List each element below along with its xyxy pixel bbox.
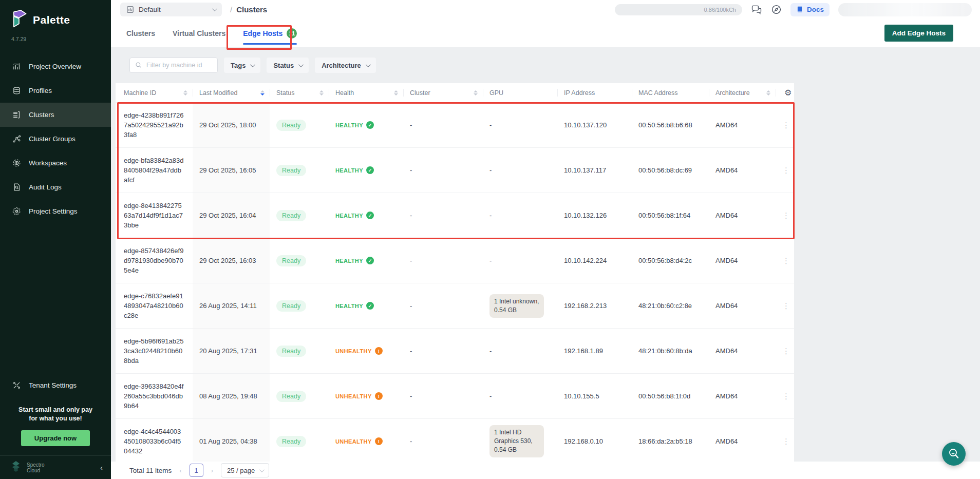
last-modified: 29 Oct 2025, 16:03 — [199, 257, 256, 264]
previous-page-button[interactable]: ‹ — [179, 467, 181, 474]
mac-address: 48:21:0b:60:c2:8e — [638, 302, 692, 310]
column-header-health[interactable]: Health — [329, 83, 403, 102]
row-actions-menu-icon[interactable]: ⋮ — [782, 440, 789, 443]
gpu-value: - — [489, 256, 492, 265]
chart-icon — [12, 62, 21, 71]
tools-icon — [12, 381, 21, 390]
palette-logo — [10, 9, 28, 31]
architecture-value: AMD64 — [715, 392, 738, 400]
health-state-icon — [366, 166, 374, 174]
sidebar-item-clusters[interactable]: Clusters — [0, 103, 111, 127]
chat-icon[interactable] — [751, 5, 762, 15]
edge-hosts-table: Machine ID Last Modified Status Health C… — [116, 83, 794, 462]
architecture-value: AMD64 — [715, 257, 738, 264]
machine-id-filter-input[interactable] — [146, 62, 211, 69]
machine-id: edge-4c4c4544003450108033b6c04f504432 — [124, 427, 193, 456]
compass-icon[interactable] — [771, 4, 782, 15]
mac-address: 48:21:0b:60:8b:da — [638, 347, 692, 355]
spectro-cloud-logo — [9, 460, 23, 475]
chevron-left-icon[interactable]: ‹ — [100, 463, 103, 472]
sidebar-item-tenant-settings[interactable]: Tenant Settings — [0, 373, 111, 397]
sidebar-item-profiles[interactable]: Profiles — [0, 79, 111, 103]
gpu-value: 1 Intel unknown, 0.54 GB — [489, 294, 544, 318]
row-actions-menu-icon[interactable]: ⋮ — [782, 304, 789, 307]
table-header: Machine ID Last Modified Status Health C… — [116, 83, 794, 102]
table-row[interactable]: edge-857438426ef9d9781930dbe90b705e4e 29… — [116, 238, 794, 283]
add-edge-hosts-button[interactable]: Add Edge Hosts — [884, 25, 953, 42]
table-row[interactable]: edge-396338420e4f260a55c3bbd046db9b64 08… — [116, 373, 794, 418]
health-state-icon — [366, 121, 374, 129]
cluster-value: - — [410, 392, 412, 400]
row-actions-menu-icon[interactable]: ⋮ — [782, 214, 789, 217]
architecture-value: AMD64 — [715, 212, 738, 219]
sidebar-item-cluster-groups[interactable]: Cluster Groups — [0, 127, 111, 151]
architecture-value: AMD64 — [715, 121, 738, 129]
status-filter-dropdown[interactable]: Status — [267, 58, 309, 73]
ip-address: 10.10.137.120 — [564, 121, 607, 129]
health-state-icon — [366, 302, 374, 310]
last-modified: 01 Aug 2025, 04:38 — [199, 437, 257, 445]
table-row[interactable]: edge-c76832aefe914893047a48210b60c28e 26… — [116, 283, 794, 328]
sidebar-item-project-overview[interactable]: Project Overview — [0, 54, 111, 79]
table-row[interactable]: edge-5b96f691ab253ca3c02448210b608bda 20… — [116, 328, 794, 373]
table-row[interactable]: edge-4238b891f7267a5024295521a92b3fa8 29… — [116, 102, 794, 147]
mac-address: 00:50:56:b8:b6:68 — [638, 121, 692, 129]
user-menu-blurred[interactable] — [838, 3, 972, 16]
app-version: 4.7.29 — [11, 36, 111, 42]
machine-id: edge-5b96f691ab253ca3c02448210b608bda — [124, 336, 193, 366]
row-actions-menu-icon[interactable]: ⋮ — [782, 169, 789, 171]
help-chat-button[interactable] — [942, 442, 966, 466]
next-page-button[interactable]: › — [211, 467, 213, 474]
health-badge: UNHEALTHY — [335, 437, 383, 445]
chevron-down-icon — [366, 62, 371, 67]
health-state-icon — [375, 347, 383, 355]
table-row[interactable]: edge-bfa83842a83d8405804f29a47ddbafcf 29… — [116, 147, 794, 193]
sidebar-item-audit-logs[interactable]: Audit Logs — [0, 175, 111, 199]
tab-virtual-clusters[interactable]: Virtual Clusters — [173, 19, 225, 47]
breadcrumb-current: Clusters — [236, 5, 267, 14]
row-actions-menu-icon[interactable]: ⋮ — [782, 350, 789, 352]
row-actions-menu-icon[interactable]: ⋮ — [782, 259, 789, 262]
column-header-cluster[interactable]: Cluster — [403, 83, 483, 102]
page-number-button[interactable]: 1 — [190, 464, 203, 477]
table-row[interactable]: edge-4c4c4544003450108033b6c04f504432 01… — [116, 418, 794, 462]
tab-edge-hosts[interactable]: Edge Hosts 11 — [243, 19, 297, 47]
page-size-selector[interactable]: 25 / page — [221, 463, 269, 477]
upgrade-promo: Start small and only pay for what you us… — [0, 406, 111, 455]
tags-filter-dropdown[interactable]: Tags — [224, 58, 260, 73]
docs-button[interactable]: Docs — [790, 3, 830, 16]
column-header-machine-id[interactable]: Machine ID — [116, 83, 193, 102]
last-modified: 29 Oct 2025, 18:00 — [199, 121, 256, 129]
tab-clusters[interactable]: Clusters — [126, 19, 155, 47]
gpu-value: 1 Intel HD Graphics 530, 0.54 GB — [489, 425, 544, 457]
column-header-mac-address: MAC Address — [632, 83, 709, 102]
architecture-filter-dropdown[interactable]: Architecture — [315, 58, 376, 73]
upgrade-now-button[interactable]: Upgrade now — [21, 430, 90, 446]
machine-id: edge-4238b891f7267a5024295521a92b3fa8 — [124, 110, 193, 140]
column-header-last-modified[interactable]: Last Modified — [193, 83, 270, 102]
column-header-status[interactable]: Status — [270, 83, 329, 102]
sidebar: Palette 4.7.29 Project Overview Profiles… — [0, 0, 111, 479]
column-header-architecture[interactable]: Architecture — [709, 83, 776, 102]
column-settings[interactable]: ⚙ — [776, 83, 794, 102]
health-state-icon — [366, 257, 374, 264]
gpu-value: - — [489, 166, 492, 175]
chevron-down-icon — [212, 6, 217, 11]
promo-text-line2: for what you use! — [7, 414, 104, 423]
sort-icon — [766, 90, 770, 95]
sort-icon — [394, 90, 398, 95]
promo-text-line1: Start small and only pay — [7, 406, 104, 414]
cluster-value: - — [410, 302, 412, 310]
sidebar-item-project-settings[interactable]: Project Settings — [0, 199, 111, 223]
project-selector[interactable]: Default — [120, 3, 222, 16]
table-row[interactable]: edge-8e41384227563a7d14df9f1d1ac73bbe 29… — [116, 193, 794, 238]
chevron-down-icon — [259, 467, 265, 472]
status-badge: Ready — [276, 120, 306, 131]
chevron-down-icon — [298, 62, 304, 67]
row-actions-menu-icon[interactable]: ⋮ — [782, 395, 789, 397]
sidebar-item-workspaces[interactable]: Workspaces — [0, 151, 111, 175]
ip-address: 10.10.142.224 — [564, 257, 607, 264]
file-search-icon — [12, 183, 21, 191]
search-box[interactable] — [129, 58, 218, 73]
row-actions-menu-icon[interactable]: ⋮ — [782, 124, 789, 126]
